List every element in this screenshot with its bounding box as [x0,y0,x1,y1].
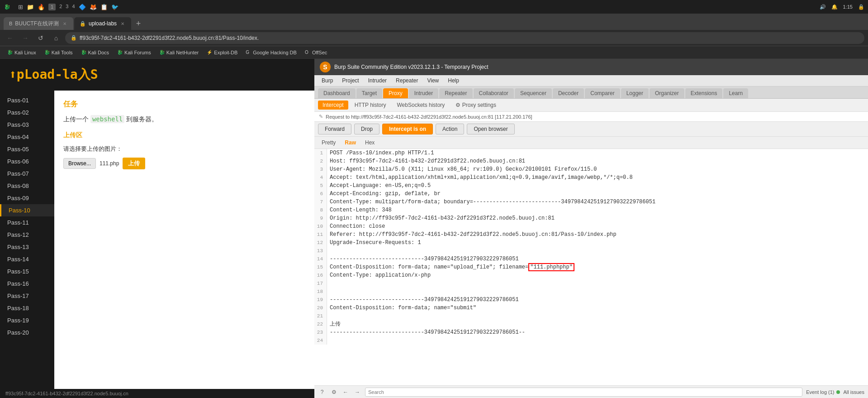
all-issues-label: All issues [844,389,864,395]
event-log-label: Event log (1) [806,389,834,395]
intercept-toggle-button[interactable]: Intercept is on [382,124,433,134]
sidebar-pass10[interactable]: Pass-10 [0,204,54,216]
tab-comparer[interactable]: Comparer [585,88,620,98]
tab-decoder[interactable]: Decoder [553,88,584,98]
sidebar-pass02[interactable]: Pass-02 [0,106,54,119]
bookmark-favicon-8: O [305,50,310,55]
bookmark-favicon-5: 🐉 [159,50,165,55]
forward-button[interactable]: → [19,32,32,44]
sidebar-pass17[interactable]: Pass-17 [0,290,54,302]
settings-icon[interactable]: ⚙ [330,388,338,396]
webpage-sidebar: Pass-01 Pass-02 Pass-03 Pass-04 Pass-05 … [0,91,54,389]
burp-title-bar: S Burp Suite Community Edition v2023.12.… [314,59,868,75]
sidebar-pass19[interactable]: Pass-19 [0,314,54,326]
bookmark-offsec[interactable]: O OffSec [301,48,331,58]
tab-buuctf[interactable]: B BUUCTF在线评测 ✕ [4,17,73,30]
sidebar-pass12[interactable]: Pass-12 [0,229,54,241]
tab-organizer[interactable]: Organizer [650,88,684,98]
tab-target[interactable]: Target [356,88,382,98]
subtab-intercept[interactable]: Intercept [318,101,348,110]
new-tab-button[interactable]: + [132,17,145,30]
all-issues[interactable]: All issues [844,389,864,395]
bookmark-favicon-3: 🐉 [81,50,86,55]
event-log[interactable]: Event log (1) [806,389,840,395]
view-tab-pretty[interactable]: Pretty [318,139,339,147]
address-bar[interactable]: 🔒 ff93c95f-7dc2-4161-b432-2df2291d3f22.n… [65,32,864,44]
bookmark-kali-forums[interactable]: 🐉 Kali Forums [114,48,155,58]
forward-button[interactable]: Forward [318,124,351,134]
action-button[interactable]: Action [436,124,464,134]
menu-burp[interactable]: Burp [318,76,337,85]
sidebar-pass07[interactable]: Pass-07 [0,168,54,180]
upload-label: 请选择要上传的图片： [63,145,305,153]
subtab-proxy-settings[interactable]: ⚙ Proxy settings [451,101,501,110]
sidebar-pass06[interactable]: Pass-06 [0,155,54,168]
tab-proxy[interactable]: Proxy [383,88,408,98]
nav-bar: ← → ↺ ⌂ 🔒 ff93c95f-7dc2-4161-b432-2df229… [0,30,868,46]
bookmark-google-hacking[interactable]: G Google Hacking DB [242,48,300,58]
subtab-websockets-history[interactable]: WebSockets history [393,101,450,110]
menu-project[interactable]: Project [338,76,362,85]
sidebar-pass08[interactable]: Pass-08 [0,180,54,192]
menu-view[interactable]: View [423,76,442,85]
request-editor[interactable]: 1 POST /Pass-10/index.php HTTP/1.1 2 Hos… [314,149,868,385]
tab-favicon-2: 🔒 [80,21,86,27]
burp-logo-icon: S [320,62,331,72]
sidebar-pass18[interactable]: Pass-18 [0,302,54,314]
sidebar-pass20[interactable]: Pass-20 [0,326,54,339]
tab-collaborator[interactable]: Collaborator [474,88,514,98]
menu-help[interactable]: Help [444,76,463,85]
sidebar-pass05[interactable]: Pass-05 [0,143,54,155]
tab-upload-labs[interactable]: 🔒 upload-labs ✕ [74,17,131,30]
home-button[interactable]: ⌂ [50,32,62,44]
webpage-body: 任务 上传一个 webshell 到服务器。 上传区 请选择要上传的图片： Br… [54,91,314,389]
reload-button[interactable]: ↺ [34,32,47,44]
forward-history-icon[interactable]: → [353,388,361,396]
bookmark-exploit-db[interactable]: ⚡ Exploit-DB [203,48,241,58]
sidebar-pass13[interactable]: Pass-13 [0,241,54,253]
tab-extensions[interactable]: Extensions [685,88,723,98]
bookmark-kali-tools[interactable]: 🐉 Kali Tools [41,48,76,58]
tab-intruder[interactable]: Intruder [409,88,438,98]
upload-section-title: 上传区 [63,131,305,139]
bookmark-kali-nethunter[interactable]: 🐉 Kali NetHunter [156,48,203,58]
line-4: 4 Accept: text/html,application/xhtml+xm… [314,173,868,182]
sidebar-pass01[interactable]: Pass-01 [0,94,54,106]
view-tab-hex[interactable]: Hex [361,139,378,147]
main-content: ⬆pLoad-la入S Pass-01 Pass-02 Pass-03 Pass… [0,59,868,398]
back-history-icon[interactable]: ← [342,388,350,396]
bookmark-kali-linux[interactable]: 🐉 Kali Linux [4,48,40,58]
sidebar-pass11[interactable]: Pass-11 [0,216,54,229]
subtab-http-history[interactable]: HTTP history [350,101,391,110]
back-button[interactable]: ← [4,32,16,44]
view-tab-raw[interactable]: Raw [341,139,360,147]
bookmark-kali-docs[interactable]: 🐉 Kali Docs [77,48,113,58]
sidebar-pass15[interactable]: Pass-15 [0,265,54,278]
tab-learn[interactable]: Learn [723,88,748,98]
burp-bottom-bar: ? ⚙ ← → Event log (1) All issues [314,385,868,398]
sidebar-pass09[interactable]: Pass-09 [0,192,54,204]
menu-repeater[interactable]: Repeater [392,76,422,85]
task-desc-prefix: 上传一个 [63,115,89,123]
bookmark-label-1: Kali Linux [14,50,36,55]
help-icon[interactable]: ? [318,388,326,396]
drop-button[interactable]: Drop [354,124,379,134]
sidebar-pass16[interactable]: Pass-16 [0,278,54,290]
tab-repeater[interactable]: Repeater [439,88,472,98]
tab-sequencer[interactable]: Sequencer [515,88,552,98]
bottom-search-input[interactable] [365,388,802,397]
bookmark-favicon-7: G [246,50,251,55]
upload-submit-button[interactable]: 上传 [123,158,145,169]
open-browser-button[interactable]: Open browser [467,124,514,134]
tab-close-2[interactable]: ✕ [119,20,126,27]
upload-controls: Browse... 111.php 上传 [63,158,305,169]
sidebar-pass03[interactable]: Pass-03 [0,119,54,131]
menu-intruder[interactable]: Intruder [365,76,390,85]
sidebar-pass14[interactable]: Pass-14 [0,253,54,265]
sidebar-pass04[interactable]: Pass-04 [0,131,54,143]
tab-close-1[interactable]: ✕ [62,20,68,27]
browse-button[interactable]: Browse... [63,158,96,169]
tab-dashboard[interactable]: Dashboard [318,88,356,98]
bookmark-favicon-2: 🐉 [44,50,50,55]
tab-logger[interactable]: Logger [621,88,649,98]
